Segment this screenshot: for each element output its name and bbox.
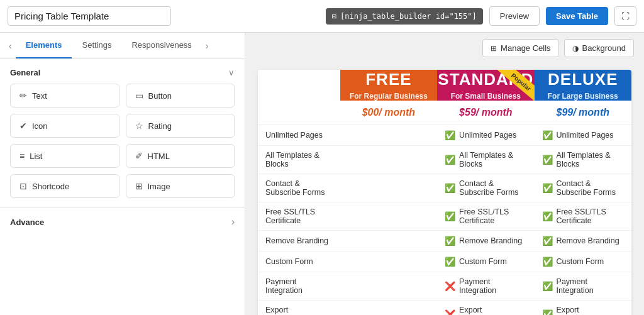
tab-settings[interactable]: Settings	[72, 33, 121, 58]
table-row: Contact & Subscribe Forms ✅Contact & Sub…	[258, 174, 631, 202]
dlx-payment: ✅Payment Integration	[535, 272, 631, 301]
list-element-icon: ≡	[19, 151, 25, 161]
advance-section-title: Advance	[10, 218, 44, 227]
manage-cells-icon: ⊞	[491, 44, 497, 53]
free-plan-name: FREE	[340, 70, 437, 89]
check-icon: ✅	[445, 183, 455, 193]
expand-button[interactable]: ⛶	[614, 6, 636, 26]
check-icon: ✅	[542, 309, 553, 315]
header-empty-cell	[258, 70, 340, 101]
cross-icon: ❌	[445, 309, 455, 315]
main-content: ‹ Elements Settings Responsiveness › Gen…	[0, 33, 644, 315]
std-forms: ✅Contact & Subscribe Forms	[437, 174, 534, 202]
price-row: $00/ month $59/ month $99/ month	[258, 101, 631, 125]
icon-element-icon: ✔	[19, 121, 27, 131]
manage-cells-label: Manage Cells	[501, 43, 551, 53]
free-forms	[340, 174, 437, 202]
feature-name-forms: Contact & Subscribe Forms	[258, 174, 340, 202]
image-element-icon: ⊞	[135, 181, 143, 191]
advance-section-header[interactable]: Advance ›	[0, 207, 245, 236]
header-free: FREE For Regular Business	[340, 70, 437, 101]
code-snippet-badge: ⊡ [ninja_table_builder id="155"]	[326, 8, 483, 25]
dlx-branding: ✅Remove Branding	[535, 231, 631, 251]
element-icon[interactable]: ✔ Icon	[10, 114, 119, 138]
element-image[interactable]: ⊞ Image	[126, 174, 235, 198]
code-icon: ⊡	[332, 12, 336, 21]
right-toolbar: ⊞ Manage Cells ◑ Background	[245, 33, 644, 64]
feature-name-custom-form: Custom Form	[258, 251, 340, 272]
element-text[interactable]: ✏ Text	[10, 84, 119, 108]
cross-icon: ❌	[445, 281, 455, 291]
table-row: Export HTML/CSS/JS ❌Export HTML/CSS/JS ✅…	[258, 301, 631, 316]
general-collapse-icon: ∨	[228, 68, 235, 77]
background-icon: ◑	[572, 44, 579, 53]
check-icon: ✅	[542, 236, 553, 246]
feature-name-unlimited-pages: Unlimited Pages	[258, 125, 340, 146]
feature-name-export: Export HTML/CSS/JS	[258, 301, 340, 316]
free-ssl	[340, 202, 437, 231]
element-rating[interactable]: ☆ Rating	[126, 114, 235, 138]
element-shortcode-label: Shortcode	[32, 182, 69, 191]
element-shortcode[interactable]: ⊡ Shortcode	[10, 174, 119, 198]
std-unlimited-pages: ✅Unlimited Pages	[437, 125, 534, 146]
check-icon: ✅	[542, 183, 553, 193]
check-icon: ✅	[542, 155, 553, 165]
page-title-input[interactable]	[8, 6, 171, 26]
std-payment: ❌Payment Integration	[437, 272, 534, 301]
dlx-forms: ✅Contact & Subscribe Forms	[535, 174, 631, 202]
html-element-icon: ✐	[135, 151, 143, 161]
free-unlimited-pages	[340, 125, 437, 146]
element-icon-label: Icon	[32, 121, 48, 131]
table-row: All Templates & Blocks ✅All Templates & …	[258, 146, 631, 174]
text-element-icon: ✏	[19, 91, 27, 101]
element-image-label: Image	[148, 182, 170, 191]
check-icon: ✅	[445, 257, 455, 267]
expand-icon: ⛶	[621, 11, 630, 21]
save-table-button[interactable]: Save Table	[546, 7, 608, 25]
check-icon: ✅	[445, 211, 455, 221]
element-rating-label: Rating	[148, 121, 172, 131]
tab-responsiveness[interactable]: Responsiveness	[121, 33, 201, 58]
dlx-templates: ✅All Templates & Blocks	[535, 146, 631, 174]
tab-chevron-right[interactable]: ›	[202, 35, 213, 57]
preview-button[interactable]: Preview	[489, 6, 540, 26]
element-html-label: HTML	[148, 152, 170, 161]
std-templates: ✅All Templates & Blocks	[437, 146, 534, 174]
right-panel: ⊞ Manage Cells ◑ Background FREE For Reg…	[245, 33, 644, 315]
left-panel: ‹ Elements Settings Responsiveness › Gen…	[0, 33, 245, 315]
pricing-table: FREE For Regular Business Popular STANDA…	[258, 70, 631, 315]
feature-name-payment: Payment Integration	[258, 272, 340, 301]
code-snippet-text: [ninja_table_builder id="155"]	[340, 12, 477, 21]
table-row: Payment Integration ❌Payment Integration…	[258, 272, 631, 301]
table-row: Unlimited Pages ✅Unlimited Pages ✅Unlimi…	[258, 125, 631, 146]
free-plan-sub: For Regular Business	[340, 92, 437, 101]
dlx-ssl: ✅Free SSL/TLS Certificate	[535, 202, 631, 231]
general-section-header[interactable]: General ∨	[0, 59, 245, 84]
rating-element-icon: ☆	[135, 121, 143, 131]
free-export	[340, 301, 437, 316]
check-icon: ✅	[542, 281, 553, 291]
dlx-plan-name: DELUXE	[535, 70, 631, 89]
feature-name-ssl: Free SSL/TLS Certificate	[258, 202, 340, 231]
table-row: Custom Form ✅Custom Form ✅Custom Form	[258, 251, 631, 272]
dlx-unlimited-pages: ✅Unlimited Pages	[535, 125, 631, 146]
free-custom-form	[340, 251, 437, 272]
manage-cells-button[interactable]: ⊞ Manage Cells	[482, 39, 559, 57]
free-templates	[340, 146, 437, 174]
element-button[interactable]: ▭ Button	[126, 84, 235, 108]
advance-expand-icon: ›	[231, 216, 235, 228]
element-html[interactable]: ✐ HTML	[126, 144, 235, 168]
tab-elements[interactable]: Elements	[16, 33, 72, 58]
background-button[interactable]: ◑ Background	[564, 39, 634, 57]
element-text-label: Text	[32, 91, 47, 101]
element-button-label: Button	[148, 91, 172, 101]
element-list[interactable]: ≡ List	[10, 144, 119, 168]
elements-grid: ✏ Text ▭ Button ✔ Icon ☆ Rating ≡ List ✐…	[0, 84, 245, 207]
std-custom-form: ✅Custom Form	[437, 251, 534, 272]
feature-name-templates: All Templates & Blocks	[258, 146, 340, 174]
dlx-plan-sub: For Large Business	[535, 92, 631, 101]
tab-chevron-left[interactable]: ‹	[5, 35, 16, 57]
price-empty	[258, 101, 340, 125]
general-section-title: General	[10, 68, 40, 77]
std-export: ❌Export HTML/CSS/JS	[437, 301, 534, 316]
